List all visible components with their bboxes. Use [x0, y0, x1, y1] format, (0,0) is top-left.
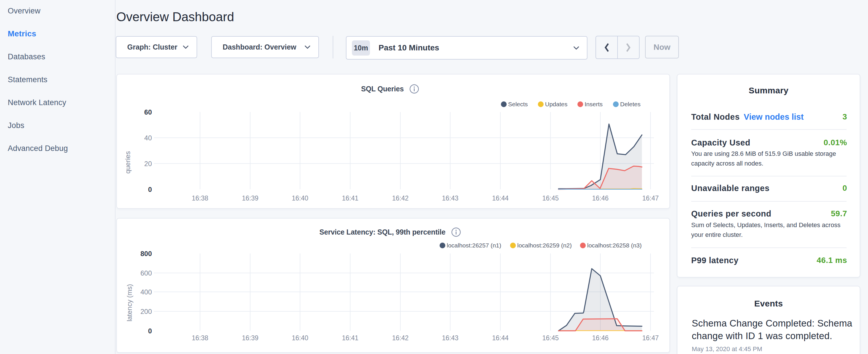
svg-text:16:42: 16:42 — [392, 334, 409, 342]
svg-text:16:44: 16:44 — [492, 194, 509, 202]
svg-text:20: 20 — [144, 160, 152, 167]
svg-text:60: 60 — [144, 108, 152, 116]
svg-text:800: 800 — [141, 250, 152, 257]
svg-text:0: 0 — [148, 327, 152, 335]
svg-text:600: 600 — [141, 269, 152, 277]
svg-text:16:45: 16:45 — [542, 194, 559, 202]
svg-text:16:47: 16:47 — [642, 334, 659, 342]
svg-text:16:46: 16:46 — [592, 194, 609, 202]
svg-text:16:38: 16:38 — [192, 194, 208, 202]
svg-text:16:46: 16:46 — [592, 334, 609, 342]
svg-text:16:43: 16:43 — [442, 194, 459, 202]
svg-text:200: 200 — [141, 308, 152, 315]
svg-text:16:40: 16:40 — [292, 194, 308, 202]
svg-text:16:41: 16:41 — [342, 194, 359, 202]
svg-text:16:42: 16:42 — [392, 194, 409, 202]
svg-text:400: 400 — [141, 288, 152, 296]
svg-text:16:47: 16:47 — [642, 194, 659, 202]
svg-text:16:44: 16:44 — [492, 334, 509, 342]
svg-text:16:39: 16:39 — [242, 334, 258, 342]
svg-text:16:40: 16:40 — [292, 334, 308, 342]
svg-text:16:45: 16:45 — [542, 334, 559, 342]
svg-text:0: 0 — [148, 186, 152, 193]
svg-text:40: 40 — [144, 134, 152, 142]
svg-text:16:39: 16:39 — [242, 194, 258, 202]
svg-text:16:43: 16:43 — [442, 334, 459, 342]
svg-text:16:41: 16:41 — [342, 334, 359, 342]
svg-text:16:38: 16:38 — [192, 334, 208, 342]
